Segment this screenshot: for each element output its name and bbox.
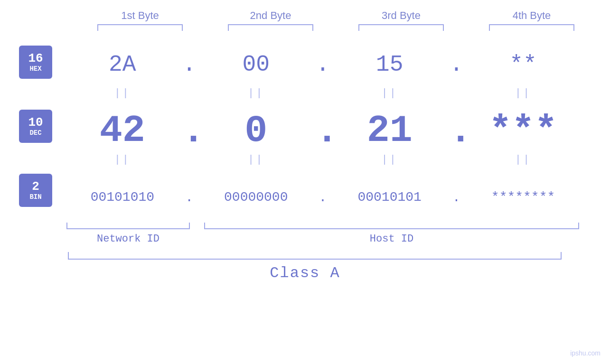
byte2-header: 2nd Byte xyxy=(218,9,323,22)
bracket-spacer1 xyxy=(190,223,204,229)
dec-number: 10 xyxy=(28,116,43,130)
class-label: Class A xyxy=(270,264,340,282)
dec-dot3: . xyxy=(449,110,463,153)
eq1-b2: || xyxy=(204,87,308,99)
bracket-2 xyxy=(228,24,313,31)
bottom-bracket-row xyxy=(66,223,579,229)
dec-byte1: 42 xyxy=(70,112,175,150)
bin-dot1: . xyxy=(182,190,197,205)
bin-byte2: 00000000 xyxy=(204,191,308,204)
bin-dot2: . xyxy=(316,190,330,205)
bin-row: 00101010 . 00000000 . 00010101 . *******… xyxy=(66,176,579,219)
dec-dot1: . xyxy=(182,110,197,153)
byte-headers: 1st Byte 2nd Byte 3rd Byte 4th Byte xyxy=(75,9,597,22)
dec-label: DEC xyxy=(29,129,41,137)
hex-dot1: . xyxy=(182,52,197,77)
hex-byte3: 15 xyxy=(338,53,442,76)
eq1-b1: || xyxy=(70,87,175,99)
eq1-b3: || xyxy=(338,87,442,99)
top-brackets xyxy=(75,24,597,34)
id-labels-row: Network ID Host ID xyxy=(66,233,579,245)
bin-badge: 2 BIN xyxy=(19,174,52,207)
bin-dot3: . xyxy=(449,190,463,205)
label-spacer xyxy=(190,233,204,245)
byte3-header: 3rd Byte xyxy=(349,9,453,22)
eq2-b4: || xyxy=(471,154,575,166)
bin-byte1: 00101010 xyxy=(70,191,175,204)
hex-dot2: . xyxy=(316,52,330,77)
byte1-header: 1st Byte xyxy=(88,9,192,22)
dec-byte3: 21 xyxy=(338,112,442,150)
hex-row: 2A . 00 . 15 . ** xyxy=(66,43,579,86)
network-bracket xyxy=(66,223,190,229)
eq2-b1: || xyxy=(70,154,175,166)
main-container: 1st Byte 2nd Byte 3rd Byte 4th Byte 16 H… xyxy=(0,0,610,364)
hex-byte2: 00 xyxy=(204,53,308,76)
hex-dot3: . xyxy=(449,52,463,77)
eq1-b4: || xyxy=(471,87,575,99)
bracket-1 xyxy=(97,24,183,31)
bin-byte4: ******** xyxy=(471,191,575,204)
host-id-label: Host ID xyxy=(204,233,579,245)
content-area: 16 HEX 10 DEC 2 BIN 2A . 00 . 15 . ** xyxy=(0,41,610,245)
dec-badge: 10 DEC xyxy=(19,110,52,143)
hex-badge: 16 HEX xyxy=(19,46,52,79)
hex-label: HEX xyxy=(29,65,41,73)
host-bracket xyxy=(204,223,579,229)
bracket-3 xyxy=(358,24,444,31)
equals-row-2: || || || || xyxy=(66,152,579,167)
dec-row: 42 . 0 . 21 . *** xyxy=(66,110,579,152)
dec-byte4: *** xyxy=(471,112,575,150)
dec-byte2: 0 xyxy=(204,112,308,150)
byte4-header: 4th Byte xyxy=(479,9,584,22)
equals-row-1: || || || || xyxy=(66,86,579,100)
watermark: ipshu.com xyxy=(570,349,601,357)
hex-byte4: ** xyxy=(471,53,575,76)
network-id-label: Network ID xyxy=(66,233,190,245)
eq2-b3: || xyxy=(338,154,442,166)
hex-byte1: 2A xyxy=(70,53,175,76)
bin-number: 2 xyxy=(32,180,39,194)
class-bracket xyxy=(68,252,562,260)
hex-number: 16 xyxy=(28,52,43,65)
dec-dot2: . xyxy=(316,110,330,153)
bin-label: BIN xyxy=(29,193,41,201)
base-labels: 16 HEX 10 DEC 2 BIN xyxy=(19,46,52,207)
eq2-b2: || xyxy=(204,154,308,166)
bracket-4 xyxy=(489,24,574,31)
bin-byte3: 00010101 xyxy=(338,191,442,204)
grid-area: 2A . 00 . 15 . ** || || || || 42 xyxy=(66,41,601,245)
